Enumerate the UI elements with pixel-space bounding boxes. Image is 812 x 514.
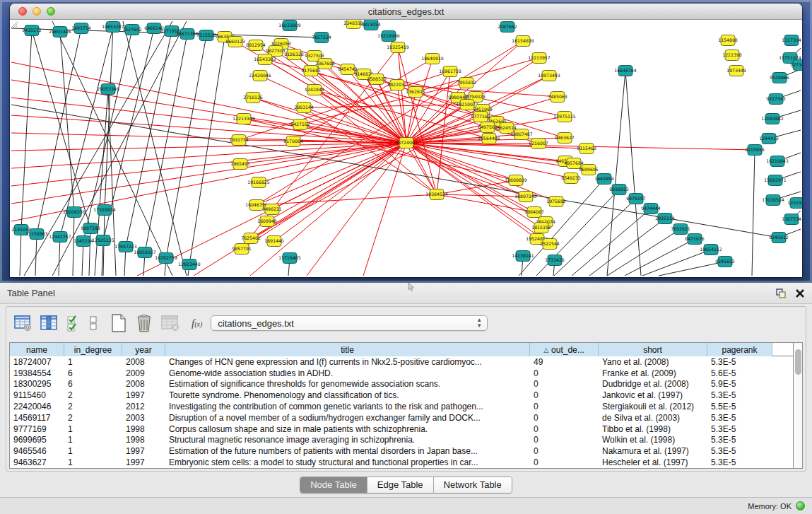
graph-node[interactable]: 19218996 — [377, 31, 400, 42]
graph-node[interactable]: 12213349 — [233, 114, 255, 124]
graph-node[interactable]: 1154808 — [718, 35, 738, 46]
graph-node[interactable]: 14138141 — [512, 251, 534, 262]
table-row[interactable]: 1872400712008Changes of HCN gene express… — [10, 356, 802, 368]
graph-node[interactable]: 18640910 — [421, 54, 444, 64]
column-header-pagerank[interactable]: pagerank — [707, 343, 772, 356]
function-builder-icon[interactable]: f(x) — [192, 317, 202, 329]
graph-node[interactable]: 8912954 — [246, 40, 266, 51]
graph-node[interactable]: 16210643 — [766, 156, 789, 167]
cells-icon[interactable] — [88, 315, 98, 332]
table-row[interactable]: 2242004622012Investigating the contribut… — [10, 401, 802, 412]
graph-node[interactable]: 8660123 — [225, 37, 245, 47]
graph-node[interactable]: 8215958 — [745, 145, 765, 156]
graph-node[interactable]: 2087662 — [498, 22, 517, 33]
graph-node[interactable]: 9115460 — [577, 144, 596, 154]
graph-node[interactable]: 9857791 — [232, 244, 252, 255]
network-graph[interactable]: 9435572206914061693714106532871527602646… — [10, 20, 802, 277]
graph-node[interactable]: 17359934 — [93, 205, 116, 216]
column-header-name[interactable]: name — [10, 343, 64, 356]
select-checkmarks-icon[interactable] — [66, 314, 81, 332]
graph-node[interactable]: 1117304 — [782, 35, 801, 46]
graph-node[interactable]: 1965493 — [230, 159, 250, 170]
graph-node[interactable]: 6549233 — [561, 173, 581, 184]
graph-node[interactable]: 16961758 — [439, 66, 461, 77]
graph-node[interactable]: 9170084 — [283, 136, 303, 147]
graph-node[interactable]: 9699695 — [579, 165, 599, 175]
graph-node[interactable]: 1167534 — [782, 214, 801, 225]
table-row[interactable]: 946554611997Estimation of the future num… — [10, 445, 802, 457]
graph-node[interactable]: 16154838 — [512, 36, 534, 47]
table-row[interactable]: 969969511998Structural magnetic resonanc… — [10, 435, 802, 446]
graph-node[interactable]: 2522544 — [540, 239, 560, 250]
graph-node[interactable]: 1640954 — [594, 174, 614, 185]
tab-edge-table[interactable]: Edge Table — [367, 477, 434, 493]
graph-node[interactable]: 12342757 — [49, 232, 71, 243]
graph-node[interactable]: 18325419 — [387, 42, 409, 53]
graph-node[interactable]: 10653287 — [102, 22, 124, 33]
graph-node[interactable]: 16033809 — [278, 21, 301, 31]
table-row[interactable]: 946362711997Embryonic stem cells: a mode… — [10, 457, 802, 468]
graph-node[interactable]: 1975692 — [546, 197, 566, 207]
graph-node[interactable]: 1145194 — [73, 236, 93, 247]
table-row[interactable]: 977716911998Corpus callosum shape and si… — [10, 424, 802, 435]
graph-node[interactable]: 8471676 — [685, 234, 705, 245]
zoom-button[interactable] — [47, 7, 55, 16]
graph-node[interactable]: 9175685 — [301, 66, 321, 76]
graph-node[interactable]: 9097588 — [81, 223, 100, 234]
graph-node[interactable]: 1210344 — [787, 198, 802, 209]
graph-node[interactable]: 7515526 — [196, 30, 216, 41]
close-panel-icon[interactable] — [795, 288, 805, 298]
graph-node[interactable]: 19384554 — [425, 189, 448, 200]
graph-node[interactable]: 2935114 — [655, 214, 675, 224]
graph-node[interactable]: 9245652 — [715, 257, 735, 267]
scrollbar-thumb[interactable] — [795, 349, 801, 375]
graph-node[interactable]: 1691440 — [264, 236, 284, 247]
column-header-out_de[interactable]: △out_de... — [530, 343, 599, 356]
graph-node[interactable]: 12093882 — [761, 114, 784, 124]
table-row[interactable]: 1938455462009Genome-wide association stu… — [10, 368, 802, 379]
table-column-icon[interactable] — [40, 314, 59, 332]
graph-node[interactable]: 9884067 — [524, 207, 544, 218]
graph-node[interactable]: 1362615 — [406, 87, 425, 98]
graph-node[interactable]: 1810754 — [229, 135, 249, 146]
column-header-year[interactable]: year — [122, 343, 165, 356]
graph-node[interactable]: 1733426 — [545, 255, 565, 266]
graph-node[interactable]: 2803144 — [294, 103, 314, 113]
graph-node[interactable]: 9245012 — [769, 233, 789, 243]
graph-node[interactable]: 1588520 — [367, 74, 387, 85]
graph-node[interactable]: 6497568 — [478, 122, 498, 133]
graph-node[interactable]: 1973449 — [726, 66, 746, 76]
graph-node[interactable]: 8822037 — [387, 80, 407, 90]
graph-node[interactable]: 2248318 — [343, 20, 363, 29]
graph-node[interactable]: 17016504 — [762, 195, 784, 206]
graph-node[interactable]: 2718126 — [243, 93, 263, 103]
graph-node[interactable]: 16958107 — [134, 247, 156, 258]
graph-node[interactable]: 9227343 — [766, 94, 786, 105]
close-button[interactable] — [18, 7, 27, 16]
minimize-button[interactable] — [33, 7, 41, 16]
graph-node[interactable]: 7625402 — [241, 233, 261, 244]
graph-node[interactable]: 6479197 — [626, 194, 646, 204]
graph-node[interactable]: 20053346 — [97, 84, 119, 95]
column-header-title[interactable]: title — [165, 343, 530, 356]
graph-node[interactable]: 7632621 — [671, 224, 690, 235]
graph-node[interactable]: 12923448 — [178, 259, 201, 270]
graph-node[interactable]: 9242848 — [305, 85, 324, 95]
column-header-in_degree[interactable]: in_degree — [64, 343, 122, 356]
graph-node[interactable]: 1693714 — [71, 23, 91, 34]
float-window-icon[interactable] — [775, 288, 787, 298]
graph-node[interactable]: 1244413 — [759, 134, 779, 144]
graph-node[interactable]: 7955812 — [457, 78, 476, 88]
graph-node[interactable]: 12213957 — [528, 53, 551, 64]
graph-node[interactable]: 15692971 — [764, 175, 787, 186]
graph-node[interactable]: 9474444 — [641, 204, 661, 214]
node-table[interactable]: namein_degreeyeartitle△out_de...shortpag… — [9, 342, 803, 469]
table-row[interactable]: 1830029562008Estimation of significance … — [10, 379, 802, 390]
graph-node[interactable]: 16648784 — [614, 66, 637, 76]
graph-node[interactable]: 8938923 — [609, 185, 629, 195]
graph-node[interactable]: 8813054 — [361, 20, 381, 30]
graph-node[interactable]: 9498221 — [262, 204, 282, 215]
graph-node[interactable]: 12505135 — [92, 235, 114, 246]
graph-node[interactable]: 1609948 — [257, 216, 277, 227]
resize-grip-icon[interactable] — [10, 20, 18, 28]
